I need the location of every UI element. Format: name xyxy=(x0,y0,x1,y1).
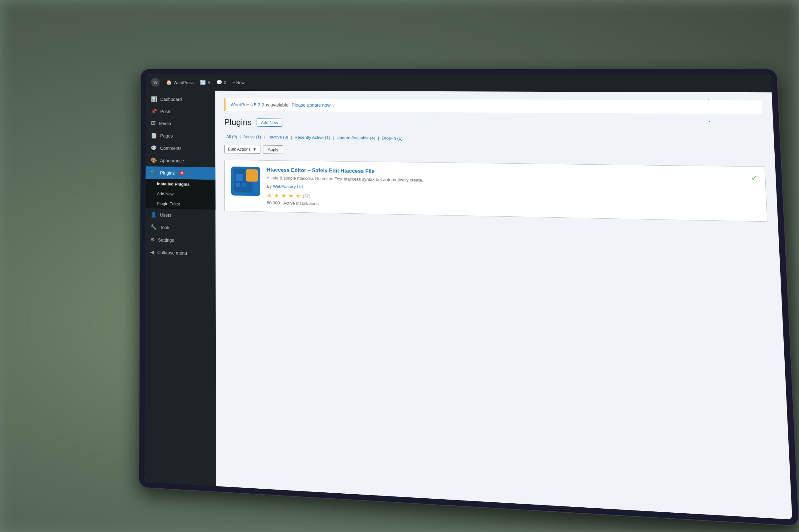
filter-inactive[interactable]: Inactive (8) xyxy=(265,134,290,140)
admin-bar: W 🏠 WordPress 🔄 5 💬 0 + New xyxy=(146,74,772,92)
appearance-icon: 🎨 xyxy=(151,157,157,164)
settings-icon: ⚙ xyxy=(150,237,155,243)
page-title: Plugins xyxy=(224,117,252,127)
star-3: ★ xyxy=(281,192,287,199)
media-icon: 🖼 xyxy=(151,121,156,126)
submenu-installed-plugins[interactable]: Installed Plugins xyxy=(145,179,215,190)
filter-active[interactable]: Active (1) xyxy=(241,134,263,140)
users-icon: 👤 xyxy=(150,211,157,218)
main-content: 📊 Dashboard 📌 Posts 🖼 Media 📄 Pages xyxy=(145,91,793,519)
filter-update-available[interactable]: Update Available (4) xyxy=(334,134,377,141)
sidebar-item-plugins[interactable]: 🔌 Plugins 4 xyxy=(145,166,215,179)
plugin-info: Htaccess Editor – Safely Edit Htaccess F… xyxy=(267,167,745,214)
sidebar-item-appearance[interactable]: 🎨 Appearance xyxy=(146,154,215,168)
plugins-icon: 🔌 xyxy=(151,170,157,176)
home-icon: 🏠 xyxy=(166,79,172,85)
collapse-icon: ◀ xyxy=(150,249,154,255)
admin-bar-comments[interactable]: 💬 0 xyxy=(216,79,226,85)
sidebar-item-tools[interactable]: 🔧 Tools xyxy=(145,221,216,235)
filter-all[interactable]: All (9) xyxy=(224,133,239,140)
svg-rect-2 xyxy=(246,169,258,182)
svg-rect-5 xyxy=(241,183,246,187)
posts-icon: 📌 xyxy=(151,108,157,114)
admin-bar-new[interactable]: + New xyxy=(233,80,244,85)
pages-icon: 📄 xyxy=(151,133,157,138)
star-4: ★ xyxy=(288,192,294,199)
plugins-badge: 4 xyxy=(179,171,185,175)
submenu-plugin-editor[interactable]: Plugin Editor xyxy=(145,198,215,210)
svg-rect-3 xyxy=(236,174,243,181)
chevron-down-icon: ▼ xyxy=(253,147,257,152)
sidebar-item-pages[interactable]: 📄 Pages xyxy=(146,129,215,142)
page-content: WordPress 5.3.2 is available! Please upd… xyxy=(215,91,793,519)
comments-icon: 💬 xyxy=(216,79,222,85)
filter-tabs: All (9) | Active (1) | Inactive (8) | Re… xyxy=(224,133,764,145)
sidebar-item-users[interactable]: 👤 Users xyxy=(145,208,215,222)
bulk-actions-select[interactable]: Bulk Actions ▼ xyxy=(224,145,260,154)
apply-button[interactable]: Apply xyxy=(263,145,283,154)
update-notice: WordPress 5.3.2 is available! Please upd… xyxy=(224,98,762,114)
sidebar-item-settings[interactable]: ⚙ Settings xyxy=(145,233,216,248)
filter-drop-in[interactable]: Drop-in (1) xyxy=(380,135,404,141)
submenu-add-new[interactable]: Add New xyxy=(145,189,215,200)
sidebar: 📊 Dashboard 📌 Posts 🖼 Media 📄 Pages xyxy=(145,91,216,486)
dashboard-icon: 📊 xyxy=(151,96,157,102)
star-5: ★ xyxy=(295,192,301,199)
star-1: ★ xyxy=(267,192,272,199)
sidebar-item-dashboard[interactable]: 📊 Dashboard xyxy=(146,93,215,106)
plugin-card: Htaccess Editor – Safely Edit Htaccess F… xyxy=(224,160,767,222)
page-header: Plugins Add New xyxy=(224,117,763,132)
comment-icon: 💬 xyxy=(151,145,157,151)
tools-icon: 🔧 xyxy=(150,224,157,230)
add-new-button[interactable]: Add New xyxy=(257,118,283,127)
filter-recently-active[interactable]: Recently Active (1) xyxy=(292,134,332,141)
plugin-author-link[interactable]: WebFactory Ltd xyxy=(273,184,303,189)
bulk-actions-row: Bulk Actions ▼ Apply xyxy=(224,145,765,160)
plugins-submenu: Installed Plugins Add New Plugin Editor xyxy=(145,179,215,210)
compatible-checkmark: ✓ xyxy=(751,174,758,183)
plugin-icon xyxy=(231,167,260,196)
sidebar-item-collapse[interactable]: ◀ Collapse menu xyxy=(145,246,215,260)
star-2: ★ xyxy=(274,192,279,199)
admin-bar-home[interactable]: 🏠 WordPress xyxy=(166,79,194,85)
update-now-link[interactable]: Please update now xyxy=(291,102,330,108)
update-version-link[interactable]: WordPress 5.3.2 xyxy=(231,102,264,107)
svg-rect-4 xyxy=(236,183,240,187)
sidebar-item-posts[interactable]: 📌 Posts xyxy=(146,105,215,118)
sidebar-item-media[interactable]: 🖼 Media xyxy=(146,118,215,130)
admin-bar-updates[interactable]: 🔄 5 xyxy=(200,79,210,85)
update-icon: 🔄 xyxy=(200,79,206,85)
review-count: (37) xyxy=(303,193,311,198)
sidebar-item-comments[interactable]: 💬 Comments xyxy=(146,141,215,155)
wp-logo[interactable]: W xyxy=(151,78,160,87)
